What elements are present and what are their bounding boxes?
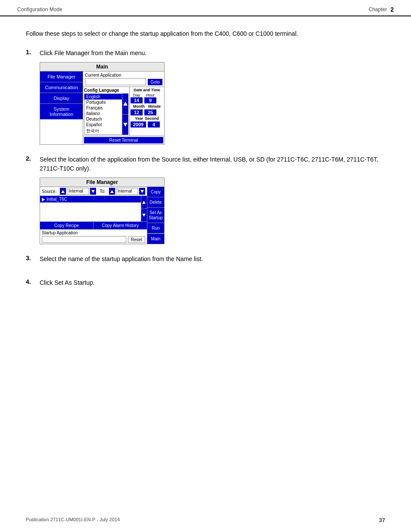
day-col: Day 14 bbox=[131, 93, 143, 103]
current-app-field[interactable] bbox=[85, 78, 146, 85]
day-label: Day bbox=[133, 93, 140, 97]
copy-alarm-btn[interactable]: Copy Alarm History bbox=[93, 222, 146, 229]
lang-scroll-down[interactable] bbox=[122, 115, 128, 135]
delete-btn[interactable]: Delete bbox=[147, 197, 164, 208]
fm-body: Source: Internal To: Internal bbox=[40, 187, 164, 244]
fm-source-label: Source: bbox=[42, 189, 56, 194]
step-1-text: Click File Manager from the Main menu. bbox=[40, 49, 385, 58]
reset-row: Reset Terminal bbox=[83, 136, 164, 144]
day-field[interactable]: 14 bbox=[131, 97, 143, 103]
fm-bottom-btns: Copy Recipe Copy Alarm History bbox=[40, 222, 147, 230]
publication-info: Publication 2711C-UM001I-EN-P - July 201… bbox=[26, 517, 120, 523]
hour-label: Hour bbox=[146, 93, 155, 97]
main-menu-screenshot: Main File Manager Communication Display … bbox=[40, 62, 165, 145]
copy-btn[interactable]: Copy bbox=[147, 187, 164, 197]
fm-title: File Manager bbox=[40, 178, 164, 187]
list-item-arrow: ▶ bbox=[42, 197, 45, 202]
hour-field[interactable]: 9 bbox=[144, 97, 156, 103]
step-4-text: Click Set As Startup. bbox=[40, 278, 385, 287]
fm-main-area: Source: Internal To: Internal bbox=[40, 187, 147, 244]
lang-deutsch[interactable]: Deutsch bbox=[84, 116, 122, 122]
page-number: 37 bbox=[379, 517, 385, 523]
lang-espanol[interactable]: Español bbox=[84, 122, 122, 128]
display-btn[interactable]: Display bbox=[40, 93, 83, 104]
source-up-btn[interactable] bbox=[60, 188, 66, 195]
year-second-row: 2009 4 bbox=[131, 121, 163, 128]
startup-app-label: Startup Application bbox=[42, 230, 145, 235]
date-time-label: Date and Time bbox=[131, 88, 163, 92]
fm-list-scroll bbox=[141, 196, 147, 221]
month-minute-row: 12 25 bbox=[131, 109, 163, 115]
page-footer: Publication 2711C-UM001I-EN-P - July 201… bbox=[0, 517, 411, 523]
step-3: 3. Select the name of the startup applic… bbox=[26, 255, 385, 268]
step-2-text: Select the location of the application f… bbox=[40, 155, 385, 173]
step-4-num: 4. bbox=[26, 278, 36, 292]
config-language-section: Config Language English Português França… bbox=[83, 87, 130, 136]
reset-terminal-btn[interactable]: Reset Terminal bbox=[84, 137, 163, 143]
copy-recipe-btn[interactable]: Copy Recipe bbox=[40, 222, 93, 229]
current-app-label: Current Application bbox=[85, 73, 162, 78]
source-down-btn[interactable] bbox=[90, 188, 96, 195]
header-chapter-num: 2 bbox=[390, 6, 394, 13]
list-scroll-down[interactable] bbox=[141, 209, 147, 221]
list-item-name: Initial_T6C bbox=[47, 197, 67, 202]
config-lang-label: Config Language bbox=[84, 88, 128, 93]
source-field[interactable]: Internal bbox=[67, 188, 89, 195]
communication-btn[interactable]: Communication bbox=[40, 82, 83, 93]
fm-list-item[interactable]: ▶ Initial_T6C bbox=[40, 196, 141, 202]
hour-col: Hour 9 bbox=[144, 93, 156, 103]
step-3-num: 3. bbox=[26, 255, 36, 268]
lang-list: English Português Français Italiano Deut… bbox=[84, 93, 128, 135]
year-label: Year bbox=[135, 116, 143, 121]
day-hour-row: Day 14 Hour 9 bbox=[131, 93, 163, 103]
set-as-startup-btn[interactable]: Set AsStartup bbox=[147, 208, 164, 223]
goto-btn[interactable]: Goto bbox=[148, 79, 162, 85]
lang-italiano[interactable]: Italiano bbox=[84, 111, 122, 116]
header-chapter-label: Chapter bbox=[369, 6, 387, 12]
fm-reset-btn[interactable]: Reset bbox=[128, 236, 145, 243]
second-label: Second bbox=[145, 116, 159, 121]
lang-scroll-up[interactable] bbox=[122, 93, 128, 115]
minute-field[interactable]: 25 bbox=[144, 109, 156, 115]
main-menu-right-panel: Current Application Goto Config Language bbox=[83, 72, 164, 144]
step-1-num: 1. bbox=[26, 49, 36, 145]
intro-text: Follow these steps to select or change t… bbox=[26, 29, 319, 38]
config-section: Config Language English Português França… bbox=[83, 87, 164, 136]
main-menu-body: File Manager Communication Display Syste… bbox=[40, 72, 164, 144]
step-3-text: Select the name of the startup applicati… bbox=[40, 255, 385, 264]
main-menu-left-buttons: File Manager Communication Display Syste… bbox=[40, 72, 83, 144]
to-field[interactable]: Internal bbox=[116, 188, 138, 195]
to-dropdown: Internal bbox=[109, 188, 145, 195]
fm-startup-row: Startup Application Reset bbox=[40, 230, 147, 244]
run-btn[interactable]: Run bbox=[147, 223, 164, 233]
step-3-content: Select the name of the startup applicati… bbox=[40, 255, 385, 268]
fm-list: ▶ Initial_T6C bbox=[40, 196, 141, 221]
year-second-labels: Year Second bbox=[131, 116, 163, 121]
to-up-btn[interactable] bbox=[109, 188, 115, 195]
minute-label: Minute bbox=[148, 104, 161, 109]
date-time-section: Date and Time Day 14 Hour 9 bbox=[130, 87, 164, 136]
fm-main-btn[interactable]: Main bbox=[147, 233, 164, 244]
startup-app-field[interactable] bbox=[42, 236, 126, 243]
list-scroll-up[interactable] bbox=[141, 196, 147, 209]
step-2-num: 2. bbox=[26, 155, 36, 244]
month-label: Month bbox=[133, 104, 145, 109]
fm-startup-inner: Reset bbox=[42, 236, 145, 243]
lang-francais[interactable]: Français bbox=[84, 105, 122, 111]
file-manager-screenshot: File Manager Source: Internal To: bbox=[40, 177, 165, 244]
file-manager-btn[interactable]: File Manager bbox=[40, 72, 83, 82]
step-2: 2. Select the location of the applicatio… bbox=[26, 155, 385, 244]
step-4: 4. Click Set As Startup. bbox=[26, 278, 385, 292]
to-down-btn[interactable] bbox=[139, 188, 145, 195]
system-info-btn[interactable]: System Information bbox=[40, 104, 83, 119]
month-field[interactable]: 12 bbox=[131, 109, 143, 115]
lang-english[interactable]: English bbox=[84, 94, 122, 100]
lang-portugues[interactable]: Português bbox=[84, 100, 122, 105]
step-4-content: Click Set As Startup. bbox=[40, 278, 385, 292]
current-app-row: Current Application Goto bbox=[83, 72, 164, 87]
month-minute-labels: Month Minute bbox=[131, 104, 163, 109]
second-field[interactable]: 4 bbox=[148, 121, 160, 128]
lang-korean[interactable]: 한국어 bbox=[84, 128, 122, 134]
year-field[interactable]: 2009 bbox=[131, 121, 146, 128]
lang-scroll bbox=[122, 93, 128, 135]
